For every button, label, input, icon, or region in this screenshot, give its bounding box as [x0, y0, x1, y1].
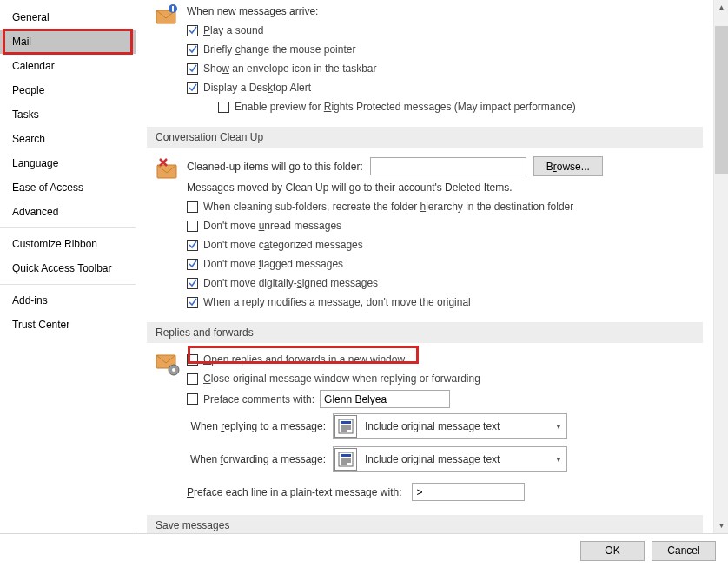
checkbox-show-envelope[interactable]	[187, 63, 198, 75]
checkbox-signed[interactable]	[187, 278, 198, 289]
cancel-button[interactable]: Cancel	[652, 541, 716, 561]
svg-rect-11	[341, 421, 351, 424]
sidebar-item-calendar[interactable]: Calendar	[0, 54, 136, 78]
checkbox-open-new-window[interactable]	[187, 354, 198, 366]
browse-button[interactable]: Browse...	[533, 156, 603, 176]
sidebar-item-people[interactable]: People	[0, 78, 136, 102]
document-lines-icon	[334, 415, 357, 438]
checkbox-close-original[interactable]	[187, 373, 198, 385]
label-show-envelope: Show an envelope icon in the taskbar	[203, 61, 376, 76]
label-cleanup-folder: Cleaned-up items will go to this folder:	[187, 161, 363, 173]
sidebar-item-mail[interactable]: Mail	[0, 30, 136, 54]
sidebar: General Mail Calendar People Tasks Searc…	[0, 0, 136, 533]
envelope-alert-icon	[156, 3, 180, 28]
sidebar-item-tasks[interactable]: Tasks	[0, 102, 136, 127]
sidebar-item-trust-center[interactable]: Trust Center	[0, 313, 136, 337]
group-header-save: Save messages	[147, 515, 703, 533]
label-desktop-alert: Display a Desktop Alert	[203, 80, 311, 96]
dropdown-when-forwarding[interactable]: Include original message text ▼	[333, 446, 567, 472]
dropdown-when-forwarding-value: Include original message text	[358, 453, 551, 465]
checkbox-subfolders[interactable]	[187, 201, 198, 213]
dialog-footer: OK Cancel	[0, 534, 728, 567]
label-play-sound: Play a sound	[203, 23, 263, 38]
svg-point-9	[172, 368, 175, 372]
label-moved-note: Messages moved by Clean Up will go to th…	[187, 178, 694, 197]
input-preface-comments[interactable]	[320, 390, 450, 408]
label-rights-protected: Enable preview for Rights Protected mess…	[235, 99, 576, 115]
checkbox-reply-modifies[interactable]	[187, 297, 198, 308]
chevron-down-icon: ▼	[551, 456, 566, 464]
input-cleanup-folder[interactable]	[370, 157, 526, 175]
label-unread: Don't move unread messages	[203, 218, 341, 234]
vertical-scrollbar[interactable]: ▲ ▼	[713, 0, 728, 533]
label-when-forwarding: When forwarding a message:	[187, 453, 326, 465]
sidebar-item-language[interactable]: Language	[0, 151, 136, 175]
label-change-pointer: Briefly change the mouse pointer	[203, 42, 355, 57]
dropdown-when-replying[interactable]: Include original message text ▼	[333, 413, 567, 439]
input-preface-char[interactable]	[412, 483, 525, 501]
label-categorized: Don't move categorized messages	[203, 237, 363, 253]
cleanup-icon	[156, 156, 180, 181]
checkbox-rights-protected[interactable]	[218, 102, 229, 113]
chevron-down-icon: ▼	[551, 423, 566, 431]
svg-rect-3	[172, 10, 174, 12]
label-subfolders: When cleaning sub-folders, recreate the …	[203, 199, 573, 214]
label-preface-line: Preface each line in a plain-text messag…	[187, 486, 405, 498]
sidebar-item-advanced[interactable]: Advanced	[0, 200, 136, 224]
checkbox-desktop-alert[interactable]	[187, 82, 198, 94]
sidebar-separator	[0, 284, 136, 285]
label-reply-modifies: When a reply modifies a message, don't m…	[203, 294, 471, 310]
group-header-replies: Replies and forwards	[147, 322, 703, 343]
sidebar-item-customize-ribbon[interactable]: Customize Ribbon	[0, 232, 136, 256]
checkbox-change-pointer[interactable]	[187, 44, 198, 56]
scroll-thumb[interactable]	[715, 26, 728, 174]
label-when-replying: When replying to a message:	[187, 420, 326, 432]
document-lines-icon	[334, 448, 357, 471]
sidebar-item-add-ins[interactable]: Add-ins	[0, 288, 136, 313]
sidebar-item-general[interactable]: General	[0, 5, 136, 30]
checkbox-categorized[interactable]	[187, 240, 198, 251]
checkbox-flagged[interactable]	[187, 259, 198, 270]
svg-rect-17	[341, 454, 351, 457]
group-header-cleanup: Conversation Clean Up	[147, 127, 703, 148]
arrival-heading: When new messages arrive:	[187, 2, 694, 21]
sidebar-item-ease-of-access[interactable]: Ease of Access	[0, 175, 136, 200]
label-signed: Don't move digitally-signed messages	[203, 275, 378, 291]
scroll-down-button[interactable]: ▼	[714, 518, 728, 533]
label-flagged: Don't move flagged messages	[203, 256, 343, 272]
svg-rect-2	[172, 6, 174, 10]
sidebar-separator	[0, 227, 136, 228]
label-preface-comments: Preface comments with:	[203, 392, 314, 407]
sidebar-item-search[interactable]: Search	[0, 127, 136, 151]
checkbox-unread[interactable]	[187, 221, 198, 232]
reply-settings-icon	[156, 352, 180, 376]
dropdown-when-replying-value: Include original message text	[358, 420, 551, 432]
label-close-original: Close original message window when reply…	[203, 371, 480, 386]
content-pane: When new messages arrive: Play a sound B…	[136, 0, 728, 533]
ok-button[interactable]: OK	[580, 541, 645, 561]
checkbox-play-sound[interactable]	[187, 25, 198, 36]
label-open-new-window: Open replies and forwards in a new windo…	[203, 352, 405, 367]
scroll-up-button[interactable]: ▲	[714, 0, 728, 15]
sidebar-item-quick-access-toolbar[interactable]: Quick Access Toolbar	[0, 256, 136, 280]
checkbox-preface-comments[interactable]	[187, 393, 198, 405]
